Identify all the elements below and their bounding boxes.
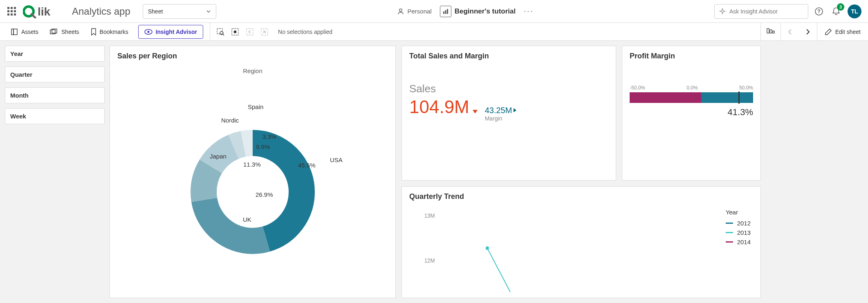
edit-sheet-label: Edit sheet — [835, 29, 861, 35]
smart-search-icon[interactable] — [216, 27, 225, 36]
insight-search-input[interactable] — [729, 8, 804, 15]
dashboard-grid: Sales per Region Region USA 45.5 — [110, 46, 863, 298]
total-sales-margin-card[interactable]: Total Sales and Margin Sales 104.9M 43.2… — [401, 46, 616, 180]
toolbar: Assets Sheets Bookmarks Insight Advisor … — [0, 23, 868, 41]
topbar: lik Analytics app Sheet Personal Beginne… — [0, 0, 868, 23]
more-menu[interactable]: ··· — [524, 7, 534, 16]
profit-margin-card[interactable]: Profit Margin -50.0% 0.0% 50.0% 41.3% — [622, 46, 761, 180]
gauge-mid: 0.0% — [686, 85, 698, 91]
prev-sheet-button — [781, 23, 799, 40]
filter-month[interactable]: Month — [5, 87, 105, 103]
step-back-icon — [245, 27, 254, 36]
svg-line-32 — [487, 248, 510, 292]
gauge-min: -50.0% — [630, 85, 645, 91]
space-selector[interactable]: Personal — [397, 8, 432, 15]
sheets-icon — [50, 29, 58, 35]
gauge-pointer — [738, 91, 740, 104]
trend-down-icon — [473, 110, 478, 114]
donut-legend-title: Region — [243, 67, 262, 74]
kpi-value: 104.9M — [409, 97, 469, 117]
selections-tool-icon[interactable] — [231, 27, 240, 36]
donut-chart — [183, 123, 322, 261]
donut-pct-nordic: 9.9% — [256, 143, 270, 150]
insight-icon — [144, 29, 153, 35]
insight-advisor-button[interactable]: Insight Advisor — [138, 25, 203, 39]
bookmarks-button[interactable]: Bookmarks — [85, 23, 134, 40]
trend-chart: 13M 12M — [410, 207, 752, 292]
app-name: Analytics app — [72, 6, 130, 17]
filter-year[interactable]: Year — [5, 46, 105, 62]
hub-link[interactable]: Beginner's tutorial — [440, 6, 516, 17]
svg-point-15 — [220, 31, 223, 35]
app-icon — [440, 6, 451, 17]
svg-point-2 — [399, 9, 401, 11]
separator — [210, 23, 210, 40]
legend-2012[interactable]: 2012 — [726, 220, 751, 227]
gauge-value: 41.3% — [630, 107, 753, 118]
qlik-logo[interactable]: lik — [23, 4, 61, 18]
svg-point-13 — [147, 31, 149, 33]
no-selections-label: No selections applied — [278, 29, 332, 35]
gauge-max: 50.0% — [739, 85, 753, 91]
sheet-dropdown[interactable]: Sheet — [143, 4, 216, 19]
donut-label-spain: Spain — [248, 103, 263, 110]
hub-title: Beginner's tutorial — [455, 7, 516, 16]
insight-search[interactable] — [714, 4, 808, 19]
svg-text:12M: 12M — [424, 257, 435, 264]
sparkle-icon — [719, 8, 726, 15]
donut-label-japan: Japan — [210, 153, 227, 160]
quarterly-trend-card[interactable]: Quarterly Trend 13M 12M Year 2012 2013 2… — [401, 186, 761, 298]
topbar-center: Personal Beginner's tutorial ··· — [221, 6, 709, 17]
legend-2013[interactable]: 2013 — [726, 229, 751, 236]
space-label: Personal — [408, 8, 432, 15]
donut-label-uk: UK — [243, 216, 251, 223]
gauge-title: Profit Margin — [630, 52, 753, 60]
toolbar-left: Assets Sheets Bookmarks Insight Advisor … — [0, 23, 336, 40]
bookmark-icon — [91, 28, 96, 36]
trend-right-icon — [514, 108, 516, 112]
svg-text:lik: lik — [38, 5, 51, 18]
toolbar-right: Edit sheet — [760, 23, 868, 40]
selection-tools: No selections applied — [213, 27, 336, 36]
kpi-title: Total Sales and Margin — [409, 52, 608, 60]
trend-legend-title: Year — [726, 209, 751, 216]
svg-text:13M: 13M — [424, 213, 435, 219]
svg-rect-5 — [447, 9, 448, 14]
kpi-metric-label: Sales — [409, 82, 608, 95]
avatar[interactable]: TL — [848, 4, 861, 18]
next-sheet-button[interactable] — [799, 23, 817, 40]
svg-rect-21 — [770, 30, 772, 33]
svg-rect-22 — [773, 31, 774, 33]
donut-pct-uk: 26.9% — [256, 191, 273, 198]
svg-text:?: ? — [817, 9, 820, 14]
grid-icon — [767, 28, 775, 36]
assets-button[interactable]: Assets — [5, 23, 44, 40]
sheet-grid-button[interactable] — [760, 23, 781, 40]
topbar-right: ? 3 TL — [813, 4, 861, 18]
app-launcher-icon[interactable] — [7, 7, 16, 16]
donut-pct-usa: 45.5% — [298, 162, 316, 169]
sales-per-region-card[interactable]: Sales per Region Region USA 45.5 — [110, 46, 396, 298]
donut-pct-japan: 11.3% — [243, 161, 261, 168]
sheet-nav — [781, 23, 817, 40]
insight-advisor-label: Insight Advisor — [156, 29, 197, 35]
filter-week[interactable]: Week — [5, 108, 105, 124]
svg-rect-4 — [445, 10, 446, 14]
trend-title: Quarterly Trend — [409, 192, 753, 201]
sheets-label: Sheets — [61, 29, 79, 35]
kpi-delta-label: Margin — [485, 115, 502, 122]
svg-rect-18 — [247, 29, 253, 35]
sheet-dropdown-label: Sheet — [148, 8, 163, 15]
filter-quarter[interactable]: Quarter — [5, 67, 105, 82]
legend-2014[interactable]: 2014 — [726, 238, 751, 245]
person-icon — [397, 8, 404, 15]
help-icon[interactable]: ? — [813, 6, 825, 17]
edit-sheet-button[interactable]: Edit sheet — [817, 23, 868, 40]
kpi-delta: 43.25M — [485, 106, 512, 115]
gauge-bar — [630, 92, 753, 103]
sheets-button[interactable]: Sheets — [44, 23, 85, 40]
donut-pct-spain: 3.3% — [262, 133, 276, 140]
svg-rect-20 — [767, 29, 769, 33]
svg-rect-8 — [11, 29, 13, 35]
notifications-button[interactable]: 3 — [830, 6, 842, 17]
